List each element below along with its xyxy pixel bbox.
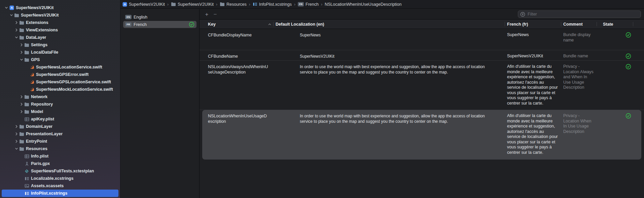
sidebar-item-localizable-xcstrings[interactable]: Localizable.xcstrings xyxy=(2,175,118,182)
sidebar-item-viewextensions[interactable]: ViewExtensions xyxy=(2,26,118,34)
table-row-cfbundledisplayname[interactable]: CFBundleDisplayNameSuperNewsSuperNewsBun… xyxy=(200,29,644,50)
sidebar-item-network[interactable]: Network xyxy=(2,93,118,101)
table-row-nslocationwheninuseusagedescription[interactable]: NSLocationWhenInUseUsageDescriptionIn or… xyxy=(200,110,644,160)
comment-cell[interactable]: Bundle display name xyxy=(561,29,597,50)
sidebar-item-domainlayer[interactable]: DomainLayer xyxy=(2,123,118,130)
language-label: French xyxy=(134,22,147,27)
string-catalog-editor: + − KeyDefault Localization (en)French (… xyxy=(199,9,644,198)
default-localization-cell[interactable]: In order to use the world map with best … xyxy=(274,61,505,110)
state-cell xyxy=(597,29,633,50)
sidebar-item-label: SuperNewsMockLocationService.swift xyxy=(36,87,113,92)
column-header-comment[interactable]: Comment xyxy=(561,20,597,29)
french-translation-cell[interactable]: Afin d'utiliser la carte du monde avec l… xyxy=(505,110,561,160)
chevron-right-icon[interactable] xyxy=(14,125,19,128)
column-header-state[interactable]: State xyxy=(597,20,633,29)
project-file-tree: ASuperNewsV2UIKitSuperNewsV2UIKitExtensi… xyxy=(0,0,120,197)
chevron-down-icon[interactable] xyxy=(19,58,24,61)
plist-icon xyxy=(24,154,30,159)
sidebar-item-localdatafile[interactable]: LocalDataFile xyxy=(2,49,118,56)
default-localization-cell[interactable]: SuperNewsV2UIKit xyxy=(274,50,505,60)
sidebar-item-infoplist-xcstrings[interactable]: InfoPlist.xcstrings xyxy=(2,190,118,197)
row-stub xyxy=(633,29,644,50)
chevron-right-icon[interactable] xyxy=(14,132,19,136)
sidebar-item-entrypoint[interactable]: EntryPoint xyxy=(2,138,118,145)
folder-icon xyxy=(19,28,25,32)
sidebar-item-settings[interactable]: Settings xyxy=(2,41,118,49)
sidebar-item-model[interactable]: Model xyxy=(2,108,118,115)
sidebar-item-label: SuperNewsGPSLocationService.swift xyxy=(36,80,111,84)
chevron-down-icon[interactable] xyxy=(14,147,19,150)
sidebar-item-presentationlayer[interactable]: PresentationLayer xyxy=(2,130,118,138)
comment-cell[interactable]: Privacy - Location Always and When In Us… xyxy=(561,61,597,110)
chevron-right-icon[interactable] xyxy=(14,21,19,24)
french-translation-cell[interactable]: SuperNews xyxy=(505,29,561,50)
comment-cell[interactable]: Bundle name xyxy=(561,50,597,60)
sidebar-item-paris-gpx[interactable]: Paris.gpx xyxy=(2,160,118,167)
sidebar-item-repository[interactable]: Repository xyxy=(2,101,118,108)
sidebar-item-resources[interactable]: Resources xyxy=(2,145,118,152)
chevron-right-icon[interactable] xyxy=(19,43,24,47)
breadcrumb-item-supernewsv2uikit[interactable]: SuperNewsV2UIKit xyxy=(171,2,214,7)
breadcrumb-item-french[interactable]: FRFrench xyxy=(298,2,319,7)
swift-icon xyxy=(29,65,35,69)
sidebar-item-info-plist[interactable]: Info.plist xyxy=(2,152,118,160)
french-translation-cell[interactable]: Afin d'utiliser la carte du monde avec l… xyxy=(505,61,561,110)
sidebar-item-assets-xcassets[interactable]: Assets.xcassets xyxy=(2,182,118,190)
chevron-right-icon[interactable] xyxy=(19,103,24,106)
sidebar-item-label: PresentationLayer xyxy=(26,132,63,136)
chevron-right-icon[interactable] xyxy=(19,95,24,98)
sidebar-item-label: LocalDataFile xyxy=(31,50,58,55)
app-icon: A xyxy=(122,2,127,7)
chevron-down-icon[interactable] xyxy=(9,13,14,17)
default-localization-cell[interactable]: SuperNews xyxy=(274,29,505,50)
remove-string-button[interactable]: − xyxy=(211,11,219,17)
breadcrumb-item-label: French xyxy=(306,2,319,7)
sidebar-item-datalayer[interactable]: DataLayer xyxy=(2,34,118,41)
breadcrumb-item-infoplist-xcstrings[interactable]: InfoPlist.xcstrings xyxy=(253,2,292,7)
column-header-key[interactable]: Key xyxy=(200,20,274,29)
sidebar-item-label: Resources xyxy=(26,146,47,151)
sidebar-item-supernewsmocklocationservice-swift[interactable]: SuperNewsMockLocationService.swift xyxy=(2,86,118,93)
key-cell[interactable]: NSLocationWhenInUseUsageDescription xyxy=(200,110,274,160)
sidebar-item-supernewsgpserror-swift[interactable]: SuperNewsGPSError.swift xyxy=(2,71,118,78)
sidebar-item-gps[interactable]: GPS xyxy=(2,56,118,63)
breadcrumb-item-supernewsv2uikit[interactable]: ASuperNewsV2UIKit xyxy=(122,2,165,7)
breadcrumb-item-nslocationwheninuseusagedescription[interactable]: NSLocationWhenInUseUsageDescription xyxy=(325,2,402,7)
sidebar-item-label: Localizable.xcstrings xyxy=(31,176,73,181)
breadcrumb-item-resources[interactable]: Resources xyxy=(220,2,247,7)
plist-icon xyxy=(24,117,30,121)
chevron-right-icon[interactable] xyxy=(14,28,19,32)
column-header-default-localization-en[interactable]: Default Localization (en) xyxy=(274,20,505,29)
sidebar-item-extensions[interactable]: Extensions xyxy=(2,19,118,26)
language-item-french[interactable]: FRFrench xyxy=(123,21,196,28)
column-header-label: Default Localization (en) xyxy=(276,22,324,27)
default-localization-cell[interactable]: In order to use the world map with best … xyxy=(274,110,505,160)
chevron-down-icon[interactable] xyxy=(14,36,19,39)
french-translation-cell[interactable]: SuperNewsV2UIKit xyxy=(505,50,561,60)
key-cell[interactable]: NSLocationAlwaysAndWhenInUseUsageDescrip… xyxy=(200,61,274,110)
chevron-right-icon[interactable] xyxy=(19,110,24,113)
column-header-french-fr[interactable]: French (fr) xyxy=(505,20,561,29)
sidebar-item-apikey-plist[interactable]: apiKey.plist xyxy=(2,115,118,123)
sidebar-item-label: Extensions xyxy=(26,20,48,25)
table-row-cfbundlename[interactable]: CFBundleNameSuperNewsV2UIKitSuperNewsV2U… xyxy=(200,50,644,61)
sidebar-item-supernewsv2uikit[interactable]: SuperNewsV2UIKit xyxy=(2,11,118,19)
filter-field[interactable] xyxy=(518,10,641,18)
breadcrumb-separator: › xyxy=(216,2,217,7)
row-stub xyxy=(633,110,644,160)
sidebar-item-label: EntryPoint xyxy=(26,139,47,144)
filter-input[interactable] xyxy=(527,11,639,17)
chevron-down-icon[interactable] xyxy=(4,6,9,9)
language-item-english[interactable]: ENEnglish xyxy=(123,13,196,21)
key-cell[interactable]: CFBundleName xyxy=(200,50,274,60)
sidebar-item-supernewsfulltests-xctestplan[interactable]: SuperNewsFullTests.xctestplan xyxy=(2,167,118,175)
chevron-right-icon[interactable] xyxy=(19,51,24,54)
sidebar-item-supernewsgpslocationservice-swift[interactable]: SuperNewsGPSLocationService.swift xyxy=(2,78,118,86)
chevron-right-icon[interactable] xyxy=(14,140,19,143)
table-row-nslocationalwaysandwheninuseusagedescription[interactable]: NSLocationAlwaysAndWhenInUseUsageDescrip… xyxy=(200,61,644,110)
sidebar-item-supernewsv2uikit[interactable]: ASuperNewsV2UIKit xyxy=(2,4,118,11)
add-string-button[interactable]: + xyxy=(203,11,211,17)
key-cell[interactable]: CFBundleDisplayName xyxy=(200,29,274,50)
comment-cell[interactable]: Privacy - Location When In Use Usage Des… xyxy=(561,110,597,160)
sidebar-item-supernewslocationservice-swift[interactable]: SuperNewsLocationService.swift xyxy=(2,63,118,71)
